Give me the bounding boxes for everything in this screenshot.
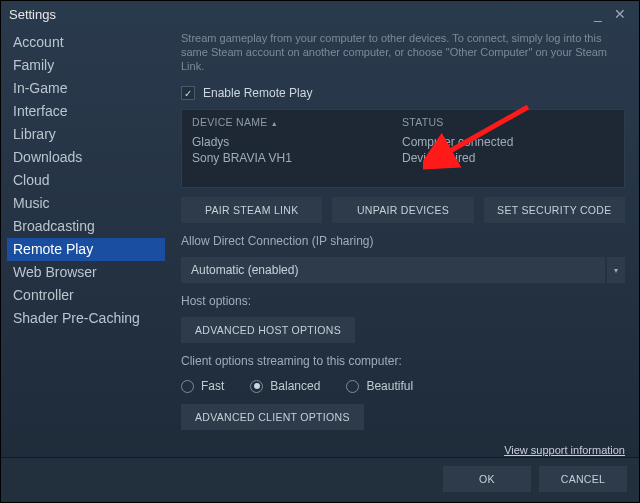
- column-header-status[interactable]: STATUS: [402, 116, 614, 128]
- column-header-device-name[interactable]: DEVICE NAME▲: [192, 116, 402, 128]
- advanced-client-options-button[interactable]: ADVANCED CLIENT OPTIONS: [181, 404, 364, 430]
- sidebar-item-family[interactable]: Family: [7, 54, 163, 77]
- sidebar-item-interface[interactable]: Interface: [7, 100, 163, 123]
- enable-remote-play-label: Enable Remote Play: [203, 86, 312, 100]
- close-button[interactable]: ✕: [609, 6, 631, 22]
- unpair-devices-button[interactable]: UNPAIR DEVICES: [332, 197, 473, 223]
- ok-button[interactable]: OK: [443, 466, 531, 492]
- cancel-button[interactable]: CANCEL: [539, 466, 627, 492]
- chevron-down-icon: ▾: [614, 266, 618, 275]
- sidebar-item-in-game[interactable]: In-Game: [7, 77, 163, 100]
- table-row[interactable]: Gladys Computer connected: [182, 134, 624, 150]
- minimize-button[interactable]: _: [587, 6, 609, 22]
- sidebar-item-broadcasting[interactable]: Broadcasting: [7, 215, 163, 238]
- client-quality-radio-group: Fast Balanced Beautiful: [181, 377, 625, 395]
- advanced-host-options-button[interactable]: ADVANCED HOST OPTIONS: [181, 317, 355, 343]
- sidebar-item-remote-play[interactable]: Remote Play: [7, 238, 165, 261]
- table-row[interactable]: Sony BRAVIA VH1 Device paired: [182, 150, 624, 166]
- sidebar-item-controller[interactable]: Controller: [7, 284, 163, 307]
- sidebar-item-library[interactable]: Library: [7, 123, 163, 146]
- enable-remote-play-checkbox[interactable]: ✓ Enable Remote Play: [181, 86, 625, 100]
- direct-connection-select[interactable]: Automatic (enabled): [181, 257, 605, 283]
- sidebar-item-music[interactable]: Music: [7, 192, 163, 215]
- settings-sidebar: Account Family In-Game Interface Library…: [1, 27, 163, 457]
- device-name-cell: Gladys: [192, 135, 402, 149]
- radio-icon: [250, 380, 263, 393]
- view-support-link[interactable]: View support information: [504, 444, 625, 456]
- set-security-code-button[interactable]: SET SECURITY CODE: [484, 197, 625, 223]
- radio-fast[interactable]: Fast: [181, 379, 224, 393]
- sidebar-item-shader-pre-caching[interactable]: Shader Pre-Caching: [7, 307, 163, 330]
- host-options-label: Host options:: [181, 294, 625, 308]
- sidebar-item-downloads[interactable]: Downloads: [7, 146, 163, 169]
- pair-steam-link-button[interactable]: PAIR STEAM LINK: [181, 197, 322, 223]
- sidebar-item-account[interactable]: Account: [7, 31, 163, 54]
- sort-asc-icon: ▲: [271, 120, 278, 127]
- radio-icon: [346, 380, 359, 393]
- window-title: Settings: [9, 7, 56, 22]
- sidebar-item-web-browser[interactable]: Web Browser: [7, 261, 163, 284]
- client-options-label: Client options streaming to this compute…: [181, 354, 625, 368]
- radio-beautiful[interactable]: Beautiful: [346, 379, 413, 393]
- titlebar: Settings _ ✕: [1, 1, 639, 27]
- direct-connection-label: Allow Direct Connection (IP sharing): [181, 234, 625, 248]
- device-name-cell: Sony BRAVIA VH1: [192, 151, 402, 165]
- checkbox-icon: ✓: [181, 86, 195, 100]
- devices-table: DEVICE NAME▲ STATUS Gladys Computer conn…: [181, 109, 625, 188]
- select-dropdown-button[interactable]: ▾: [607, 257, 625, 283]
- dialog-footer: OK CANCEL: [1, 457, 639, 502]
- content-panel: Stream gameplay from your computer to ot…: [163, 27, 639, 457]
- radio-icon: [181, 380, 194, 393]
- device-status-cell: Device paired: [402, 151, 614, 165]
- radio-balanced[interactable]: Balanced: [250, 379, 320, 393]
- device-status-cell: Computer connected: [402, 135, 614, 149]
- sidebar-item-cloud[interactable]: Cloud: [7, 169, 163, 192]
- help-text: Stream gameplay from your computer to ot…: [181, 31, 625, 73]
- settings-window: Settings _ ✕ Account Family In-Game Inte…: [0, 0, 640, 503]
